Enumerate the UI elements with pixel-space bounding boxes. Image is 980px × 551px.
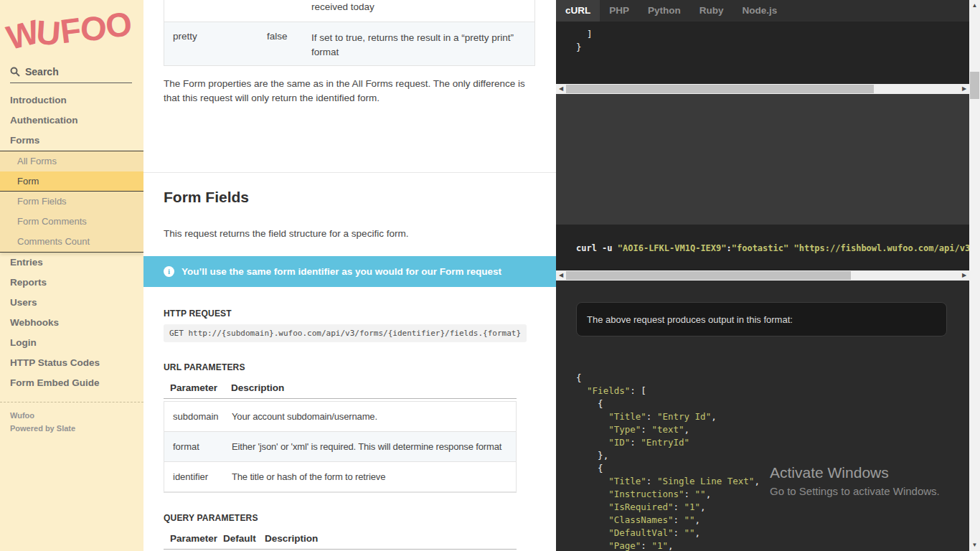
code-sample-panel: cURL PHP Python Ruby Node.js ] } ◀ ▶ cur…: [556, 0, 969, 551]
http-request-label: HTTP REQUEST: [164, 309, 232, 319]
submenu-item-comments-count[interactable]: Comments Count: [0, 232, 143, 252]
sidebar: WUFOO Search Introduction Authentication…: [0, 0, 143, 551]
forms-submenu: All Forms Form Form Fields Form Comments…: [0, 151, 143, 253]
url-parameters-header: Parameter Description: [164, 382, 517, 399]
scrollbar-thumb[interactable]: [566, 85, 874, 93]
watermark-subtitle: Go to Settings to activate Windows.: [770, 485, 940, 497]
submenu-item-form[interactable]: Form: [0, 171, 143, 192]
sidebar-item-form-embed-guide[interactable]: Form Embed Guide: [0, 373, 143, 393]
table-cell-description-partial: received today: [311, 1, 374, 12]
submenu-item-form-comments[interactable]: Form Comments: [0, 212, 143, 232]
submenu-item-all-forms[interactable]: All Forms: [0, 151, 143, 171]
doc-content: received today pretty false If set to tr…: [143, 0, 556, 551]
horizontal-scrollbar[interactable]: ◀ ▶: [556, 270, 969, 281]
table-cell-parameter: format: [173, 441, 199, 452]
table-cell-default: false: [267, 31, 288, 42]
activate-windows-watermark: Activate Windows Go to Settings to activ…: [770, 464, 940, 497]
table-row: format Either 'json' or 'xml' is require…: [164, 432, 516, 462]
tab-nodejs[interactable]: Node.js: [733, 0, 787, 22]
column-header-default: Default: [223, 533, 256, 544]
sidebar-item-login[interactable]: Login: [0, 333, 143, 353]
query-parameters-table-previous: received today pretty false If set to tr…: [164, 0, 535, 66]
sidebar-item-introduction[interactable]: Introduction: [0, 90, 143, 110]
tab-curl[interactable]: cURL: [556, 0, 600, 22]
sidebar-item-users[interactable]: Users: [0, 293, 143, 313]
sidebar-item-entries[interactable]: Entries: [0, 253, 143, 273]
sidebar-item-reports[interactable]: Reports: [0, 273, 143, 293]
sidebar-item-http-status-codes[interactable]: HTTP Status Codes: [0, 353, 143, 373]
page-scrollbar[interactable]: ▲ ▼: [969, 0, 980, 551]
form-properties-paragraph: The Form properties are the same as in t…: [164, 77, 540, 105]
sidebar-item-authentication[interactable]: Authentication: [0, 110, 143, 131]
sidebar-footer: Wufoo Powered by Slate: [0, 411, 143, 433]
table-cell-parameter: subdomain: [173, 411, 219, 422]
table-cell-description: Either 'json' or 'xml' is required. This…: [232, 441, 513, 452]
table-cell-description: Your account subdomain/username.: [232, 411, 513, 422]
wufoo-logo[interactable]: WUFOO: [0, 0, 143, 60]
column-header-parameter: Parameter: [170, 533, 217, 544]
code-output-area: The above request produces output in thi…: [556, 281, 969, 551]
section-divider: [143, 172, 556, 173]
code-panel-spacer: [556, 94, 969, 225]
json-output-code: { "Fields": [ { "Title": "Entry Id", "Ty…: [576, 372, 760, 551]
info-banner: i You’ll use the same form identifier as…: [143, 256, 556, 287]
scrollbar-thumb[interactable]: [566, 271, 851, 280]
table-cell-parameter: pretty: [173, 31, 197, 42]
http-request-code: GET http://{subdomain}.wufoo.com/api/v3/…: [164, 324, 527, 342]
sidebar-nav: Introduction Authentication Forms All Fo…: [0, 90, 143, 393]
column-header-parameter: Parameter: [170, 382, 217, 393]
scroll-down-arrow-icon[interactable]: ▼: [969, 540, 980, 550]
submenu-item-form-fields[interactable]: Form Fields: [0, 192, 143, 212]
code-block-curl-request: curl -u "AOI6-LFKL-VM1Q-IEX9":"footastic…: [556, 225, 969, 270]
table-cell-parameter: identifier: [173, 471, 208, 482]
search-placeholder: Search: [25, 66, 59, 77]
table-row: identifier The title or hash of the form…: [164, 462, 516, 492]
tab-php[interactable]: PHP: [600, 0, 639, 22]
language-tabbar: cURL PHP Python Ruby Node.js: [556, 0, 969, 22]
table-cell-description: If set to true, returns the result in a …: [311, 31, 528, 60]
code-block-previous-json-end: ] }: [556, 22, 969, 84]
table-row: subdomain Your account subdomain/usernam…: [164, 402, 516, 432]
url-parameters-label: URL PARAMETERS: [164, 362, 245, 372]
scrollbar-thumb[interactable]: [970, 72, 979, 99]
query-parameters-header: Parameter Default Description: [164, 533, 517, 550]
column-header-description: Description: [231, 382, 284, 393]
footer-link-wufoo[interactable]: Wufoo: [10, 411, 143, 420]
scroll-right-arrow-icon[interactable]: ▶: [960, 270, 969, 281]
scroll-left-arrow-icon[interactable]: ◀: [557, 270, 565, 281]
info-banner-text: You’ll use the same form identifier as y…: [182, 266, 501, 277]
table-row: pretty false If set to true, returns the…: [164, 22, 534, 65]
scroll-left-arrow-icon[interactable]: ◀: [557, 84, 565, 94]
tab-python[interactable]: Python: [639, 0, 690, 22]
table-row: received today: [164, 0, 534, 22]
info-icon: i: [164, 266, 174, 277]
table-cell-description: The title or hash of the form to retriev…: [232, 471, 513, 482]
tab-ruby[interactable]: Ruby: [690, 0, 733, 22]
sidebar-divider: [0, 402, 143, 402]
watermark-title: Activate Windows: [770, 464, 940, 481]
scroll-right-arrow-icon[interactable]: ▶: [960, 84, 969, 94]
query-parameters-label: QUERY PARAMETERS: [164, 513, 258, 523]
horizontal-scrollbar[interactable]: ◀ ▶: [556, 84, 969, 94]
section-intro-paragraph: This request returns the field structure…: [164, 227, 540, 241]
output-note-box: The above request produces output in thi…: [576, 302, 947, 336]
footer-link-powered-by-slate[interactable]: Powered by Slate: [10, 424, 143, 433]
url-parameters-table: subdomain Your account subdomain/usernam…: [164, 401, 517, 493]
sidebar-item-forms[interactable]: Forms: [0, 131, 143, 151]
search-input[interactable]: Search: [10, 66, 132, 83]
scroll-up-arrow-icon[interactable]: ▲: [969, 1, 980, 11]
output-note-text: The above request produces output in thi…: [587, 314, 793, 325]
search-icon: [10, 67, 20, 77]
page-title: Form Fields: [164, 189, 249, 206]
sidebar-item-webhooks[interactable]: Webhooks: [0, 313, 143, 333]
column-header-description: Description: [265, 533, 318, 544]
